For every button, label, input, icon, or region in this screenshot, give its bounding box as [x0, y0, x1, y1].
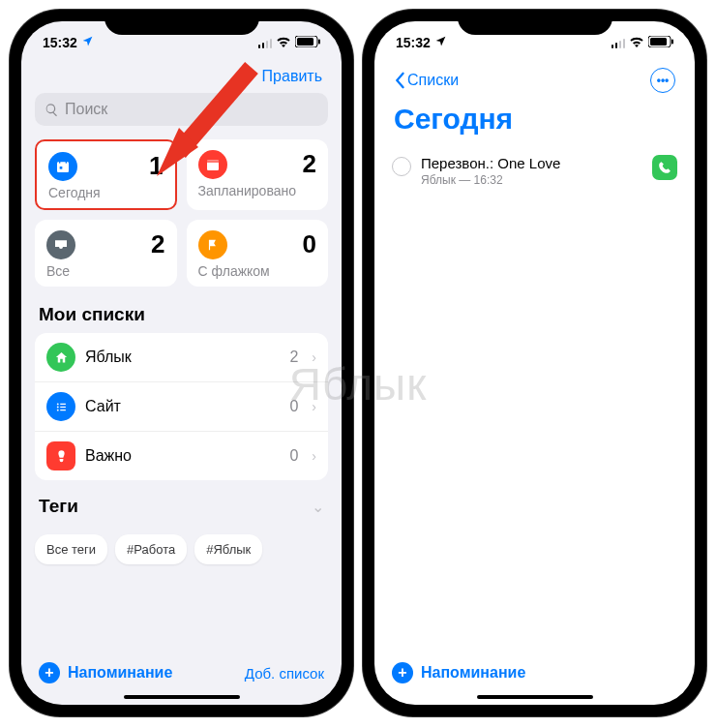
card-flagged[interactable]: 0 С флажком — [187, 220, 329, 287]
search-input[interactable]: Поиск — [35, 93, 328, 126]
card-all-label: Все — [46, 263, 165, 279]
list-item[interactable]: Яблык 2 › — [35, 333, 328, 381]
card-today-count: 1 — [149, 151, 163, 181]
list-item-label: Яблык — [85, 349, 280, 366]
tag-chip[interactable]: Все теги — [35, 534, 107, 564]
tag-chip[interactable]: #Яблык — [194, 534, 262, 564]
list-item-count: 0 — [289, 447, 298, 465]
list-item-count: 2 — [289, 349, 298, 366]
calendar-icon — [198, 150, 227, 179]
wifi-icon — [629, 35, 644, 50]
plus-icon: + — [39, 662, 60, 683]
my-lists-title: Мои списки — [35, 302, 328, 333]
radio-unchecked-icon[interactable] — [392, 157, 411, 176]
chevron-right-icon: › — [312, 448, 316, 464]
page-title: Сегодня — [388, 99, 681, 149]
card-all-count: 2 — [151, 229, 164, 259]
phone-left: 15:32 Править — [10, 10, 353, 716]
reminder-subtitle: Яблык — 16:32 — [421, 173, 642, 187]
inbox-icon — [46, 230, 75, 259]
reminder-item[interactable]: Перезвон.: One Love Яблык — 16:32 — [388, 149, 681, 193]
edit-button[interactable]: Править — [262, 68, 322, 85]
svg-point-13 — [56, 409, 58, 410]
phone-right: 15:32 Списки — [363, 10, 706, 716]
notch — [458, 10, 612, 35]
chevron-right-icon: › — [312, 349, 316, 365]
svg-point-11 — [56, 406, 58, 408]
tag-chip[interactable]: #Работа — [115, 534, 187, 564]
list-item-label: Важно — [85, 447, 280, 465]
battery-icon — [648, 35, 673, 50]
svg-point-9 — [56, 403, 58, 405]
reminder-title: Перезвон.: One Love — [421, 155, 642, 171]
status-time: 15:32 — [43, 35, 77, 50]
battery-icon — [295, 35, 320, 50]
card-scheduled-label: Запланировано — [198, 183, 317, 198]
cellular-icon — [612, 38, 626, 48]
notch — [104, 10, 259, 35]
svg-rect-12 — [60, 406, 66, 407]
cellular-icon — [258, 38, 273, 48]
back-label: Списки — [407, 72, 459, 89]
svg-rect-6 — [60, 167, 63, 169]
svg-rect-17 — [671, 40, 673, 45]
chevron-left-icon — [394, 72, 405, 89]
wifi-icon — [276, 35, 291, 50]
flag-icon — [198, 230, 227, 259]
card-scheduled[interactable]: 2 Запланировано — [187, 139, 329, 210]
back-button[interactable]: Списки — [394, 72, 459, 89]
svg-rect-4 — [59, 160, 60, 163]
card-scheduled-count: 2 — [303, 149, 316, 179]
list-item[interactable]: Сайт 0 › — [35, 381, 328, 431]
chevron-down-icon[interactable]: ⌄ — [312, 498, 324, 516]
svg-rect-3 — [57, 162, 69, 172]
svg-rect-14 — [60, 410, 66, 410]
svg-rect-5 — [66, 160, 67, 163]
card-flagged-count: 0 — [303, 229, 316, 259]
call-button[interactable] — [652, 155, 677, 180]
svg-rect-10 — [60, 403, 66, 404]
important-icon — [46, 441, 75, 470]
calendar-today-icon — [48, 152, 77, 181]
status-time: 15:32 — [396, 35, 431, 50]
home-indicator[interactable] — [477, 695, 593, 699]
more-button[interactable]: ••• — [650, 68, 675, 93]
my-lists: Яблык 2 › Сайт 0 › Важно 0 › — [35, 333, 328, 480]
chevron-right-icon: › — [312, 399, 316, 414]
add-reminder-button[interactable]: + Напоминание — [392, 662, 525, 683]
search-icon — [45, 103, 59, 117]
tags-title: Теги — [39, 496, 78, 517]
svg-rect-16 — [650, 38, 667, 46]
list-item-label: Сайт — [85, 398, 280, 415]
home-icon — [46, 343, 75, 372]
location-icon — [81, 35, 94, 50]
add-reminder-button[interactable]: + Напоминание — [39, 662, 172, 683]
home-indicator[interactable] — [124, 695, 240, 699]
add-list-button[interactable]: Доб. список — [245, 665, 324, 682]
card-all[interactable]: 2 Все — [35, 220, 177, 287]
ellipsis-icon: ••• — [657, 74, 670, 87]
tags-row: Все теги #Работа #Яблык — [35, 525, 328, 574]
svg-rect-1 — [297, 38, 313, 46]
svg-rect-8 — [207, 160, 219, 163]
location-icon — [434, 35, 447, 50]
list-item-count: 0 — [289, 398, 298, 415]
phone-icon — [658, 161, 671, 174]
svg-rect-2 — [318, 40, 320, 45]
card-today-label: Сегодня — [48, 185, 164, 200]
plus-icon: + — [392, 662, 413, 683]
card-flagged-label: С флажком — [198, 263, 317, 279]
add-reminder-label: Напоминание — [421, 664, 525, 682]
search-placeholder: Поиск — [65, 101, 107, 118]
add-reminder-label: Напоминание — [68, 664, 172, 682]
list-item[interactable]: Важно 0 › — [35, 431, 328, 480]
list-icon — [46, 392, 75, 421]
card-today[interactable]: 1 Сегодня — [35, 139, 177, 210]
